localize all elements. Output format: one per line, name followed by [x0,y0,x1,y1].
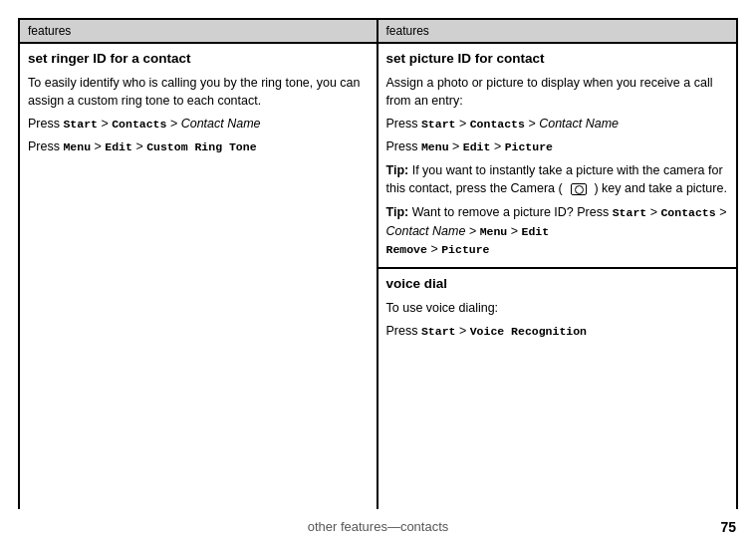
voice-line1-sep1: > [455,324,469,338]
tip2-text: Want to remove a picture ID? Press [408,205,612,219]
right-column: features set picture ID for contact Assi… [378,20,737,509]
ringer-line1-sep1: > [98,117,112,131]
right-sections: set picture ID for contact Assign a phot… [378,44,737,509]
voice-line1-mono2: Voice Recognition [470,325,587,338]
right-col-header: features [378,20,737,44]
ringer-id-section: set ringer ID for a contact To easily id… [20,44,377,164]
picture-id-line2: Press Menu > Edit > Picture [386,137,729,156]
pic-line2-sep2: > [490,139,504,153]
ringer-id-intro: To easily identify who is calling you by… [28,74,369,110]
tip2-italic: Contact Name [386,224,466,238]
ringer-line2-mono3: Custom Ring Tone [146,140,256,153]
page-container: features set ringer ID for a contact To … [0,0,756,542]
tip2-mono4: Edit [522,225,550,238]
ringer-line2-sep1: > [91,139,105,153]
tip2-mono1: Start [613,206,647,219]
tip2-line2-mono1: Remove [386,243,427,256]
voice-dial-section: voice dial To use voice dialing: Press S… [378,269,737,348]
ringer-line1-sep2: > [166,117,180,131]
ringer-line1-prefix: Press [28,117,63,131]
pic-line1-sep1: > [455,117,469,131]
page-footer: other features—contacts 75 [0,509,756,542]
tip2-bold: Tip: [386,205,409,219]
tip2-line2-sep: > [427,242,441,256]
main-table: features set ringer ID for a contact To … [18,18,738,509]
voice-dial-intro: To use voice dialing: [386,299,729,317]
picture-id-title: set picture ID for contact [386,50,729,68]
tip1-after: ) key and take a picture. [594,181,726,195]
voice-line1-mono1: Start [421,325,456,338]
pic-line1-mono1: Start [421,118,456,131]
picture-id-intro: Assign a photo or picture to display whe… [386,74,729,110]
picture-id-body: Assign a photo or picture to display whe… [386,74,729,259]
camera-icon-label [563,182,595,195]
tip2-sep2: > [716,205,727,219]
voice-line1-prefix: Press [386,324,421,338]
pic-line1-mono2: Contacts [470,118,525,131]
voice-dial-body: To use voice dialing: Press Start > Voic… [386,299,729,341]
ringer-line1-mono2: Contacts [112,118,166,131]
tip2-sep4: > [507,224,521,238]
picture-id-line1: Press Start > Contacts > Contact Name [386,115,729,134]
pic-line2-mono3: Picture [505,140,553,153]
voice-dial-title: voice dial [386,275,729,293]
pic-line2-mono2: Edit [463,140,491,153]
left-column: features set ringer ID for a contact To … [20,20,378,509]
ringer-line2-mono1: Menu [63,140,91,153]
pic-line2-mono1: Menu [421,140,449,153]
picture-id-tip2: Tip: Want to remove a picture ID? Press … [386,203,729,259]
tip2-sep1: > [646,205,660,219]
picture-id-tip1: Tip: If you want to instantly take a pic… [386,161,729,198]
tip2-line2-mono2: Picture [441,243,489,256]
pic-line1-sep2: > [525,117,539,131]
pic-line2-prefix: Press [386,139,421,153]
ringer-line2-mono2: Edit [105,140,132,153]
ringer-line1-italic: Contact Name [181,117,261,131]
ringer-id-line1: Press Start > Contacts > Contact Name [28,115,369,134]
footer-text: other features—contacts [18,519,738,534]
pic-line1-prefix: Press [386,117,421,131]
ringer-id-body: To easily identify who is calling you by… [28,74,369,157]
ringer-id-title: set ringer ID for a contact [28,50,369,68]
tip2-mono3: Menu [480,225,508,238]
pic-line2-sep1: > [449,139,463,153]
page-number: 75 [720,519,736,535]
camera-icon [571,183,587,195]
tip2-sep3: > [465,224,479,238]
tip1-bold: Tip: [386,163,409,177]
voice-dial-line1: Press Start > Voice Recognition [386,322,729,341]
pic-line1-italic: Contact Name [539,117,619,131]
ringer-line2-prefix: Press [28,139,63,153]
ringer-line2-sep2: > [132,139,146,153]
ringer-id-line2: Press Menu > Edit > Custom Ring Tone [28,137,369,156]
picture-id-section: set picture ID for contact Assign a phot… [378,44,737,269]
tip2-mono2: Contacts [660,206,715,219]
ringer-line1-mono1: Start [63,118,98,131]
left-col-header: features [20,20,377,44]
